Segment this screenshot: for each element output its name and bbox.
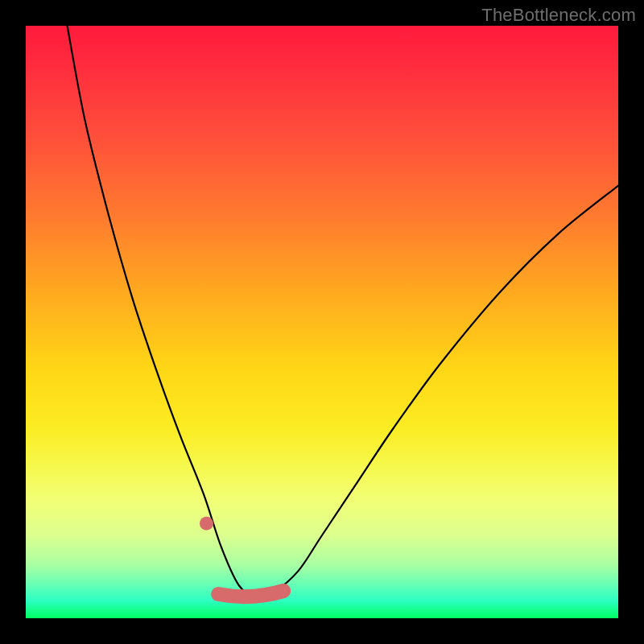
bottleneck-curve	[68, 26, 619, 597]
marker-stray-dot	[200, 517, 213, 530]
marker-band	[218, 591, 283, 597]
watermark-text: TheBottleneck.com	[481, 5, 636, 26]
chart-gradient-area	[26, 26, 618, 618]
outer-frame: TheBottleneck.com	[0, 0, 644, 644]
chart-svg	[26, 26, 618, 618]
